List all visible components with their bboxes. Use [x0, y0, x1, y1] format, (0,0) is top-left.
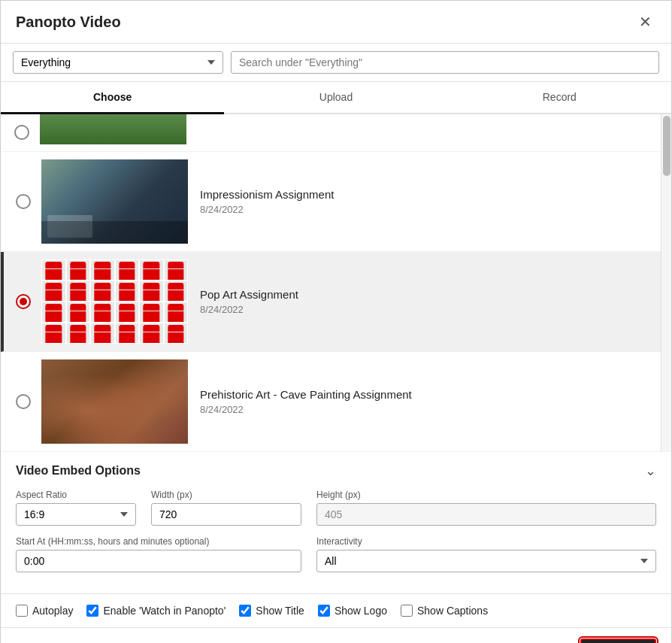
thumb-cell — [41, 281, 66, 302]
video-list: Impressionism Assignment 8/24/2022 — [1, 114, 661, 452]
toolbar: Everything — [1, 44, 671, 82]
logo-checkbox[interactable] — [318, 605, 330, 617]
options-title: Video Embed Options — [16, 464, 141, 478]
height-label: Height (px) — [316, 490, 656, 500]
radio-button[interactable] — [16, 194, 31, 209]
title-checkbox[interactable] — [239, 605, 251, 617]
logo-label: Show Logo — [334, 605, 387, 617]
start-at-input[interactable] — [16, 550, 301, 572]
thumb-cell — [115, 302, 140, 323]
video-info: Pop Art Assignment 8/24/2022 — [200, 288, 298, 315]
video-thumbnail — [41, 359, 188, 444]
thumb-cell — [90, 323, 115, 344]
aspect-ratio-label: Aspect Ratio — [16, 490, 136, 500]
video-info — [186, 114, 210, 135]
width-input[interactable] — [151, 503, 301, 526]
watch-checkbox-item[interactable]: Enable 'Watch in Panopto' — [86, 605, 226, 617]
checkbox-row: Autoplay Enable 'Watch in Panopto' Show … — [1, 594, 671, 627]
thumb-cell — [115, 323, 140, 344]
watch-checkbox[interactable] — [86, 605, 98, 617]
captions-checkbox[interactable] — [401, 605, 413, 617]
options-header: Video Embed Options ⌄ — [16, 463, 656, 479]
search-input[interactable] — [231, 51, 659, 74]
thumb-cell — [66, 259, 91, 281]
video-title: Pop Art Assignment — [200, 288, 298, 301]
list-item[interactable]: Impressionism Assignment 8/24/2022 — [1, 152, 661, 252]
video-info: Impressionism Assignment 8/24/2022 — [200, 188, 334, 215]
thumb-cell — [139, 323, 164, 344]
title-label: Show Title — [256, 605, 304, 617]
tab-record[interactable]: Record — [448, 82, 671, 114]
thumb-cell — [66, 323, 91, 344]
video-title: Impressionism Assignment — [200, 188, 334, 201]
thumb-cell — [41, 259, 66, 281]
panopto-modal: Panopto Video ✕ Everything Choose Upload… — [0, 0, 672, 643]
tab-choose[interactable]: Choose — [1, 82, 224, 114]
close-button[interactable]: ✕ — [634, 11, 656, 32]
folder-select[interactable]: Everything — [13, 51, 223, 74]
interactivity-label: Interactivity — [316, 536, 656, 547]
thumb-popart-grid — [41, 259, 188, 344]
list-item[interactable]: Prehistoric Art - Cave Painting Assignme… — [1, 352, 661, 452]
thumb-cell — [41, 323, 66, 344]
logo-checkbox-item[interactable]: Show Logo — [318, 605, 387, 617]
list-item[interactable]: Pop Art Assignment 8/24/2022 — [1, 252, 661, 352]
watch-label: Enable 'Watch in Panopto' — [103, 605, 226, 617]
video-thumbnail — [40, 114, 186, 144]
interactivity-select[interactable]: All — [316, 550, 656, 572]
thumb-cell — [164, 323, 189, 344]
interactivity-field: Interactivity All — [316, 536, 656, 572]
thumb-cell — [115, 259, 140, 281]
height-input[interactable] — [316, 503, 656, 526]
video-thumbnail — [41, 159, 188, 244]
thumb-cell — [90, 281, 115, 302]
video-date: 8/24/2022 — [200, 404, 412, 415]
radio-button[interactable] — [14, 125, 29, 140]
video-date: 8/24/2022 — [200, 204, 334, 215]
video-date: 8/24/2022 — [200, 304, 298, 315]
width-field: Width (px) — [151, 490, 301, 526]
video-title: Prehistoric Art - Cave Painting Assignme… — [200, 388, 412, 401]
tab-upload[interactable]: Upload — [224, 82, 447, 114]
thumb-cell — [164, 281, 189, 302]
aspect-ratio-field: Aspect Ratio 16:9 — [16, 490, 136, 526]
modal-title: Panopto Video — [16, 14, 121, 31]
chevron-down-icon[interactable]: ⌄ — [645, 463, 656, 479]
thumb-cell — [139, 302, 164, 323]
thumb-cell — [164, 302, 189, 323]
modal-header: Panopto Video ✕ — [1, 1, 671, 44]
height-field: Height (px) — [316, 490, 656, 526]
options-row-2: Start At (HH:mm:ss, hours and minutes op… — [16, 536, 656, 572]
thumb-cell — [139, 259, 164, 281]
thumb-cell — [164, 259, 189, 281]
tab-bar: Choose Upload Record — [1, 82, 671, 114]
insert-button[interactable]: Insert — [580, 638, 656, 643]
autoplay-checkbox-item[interactable]: Autoplay — [16, 605, 73, 617]
width-label: Width (px) — [151, 490, 301, 500]
thumb-cell — [90, 302, 115, 323]
options-row-1: Aspect Ratio 16:9 Width (px) Height (px) — [16, 490, 656, 526]
thumb-cell — [41, 302, 66, 323]
thumb-cell — [66, 302, 91, 323]
video-info: Prehistoric Art - Cave Painting Assignme… — [200, 388, 412, 415]
radio-button[interactable] — [16, 294, 31, 309]
start-at-field: Start At (HH:mm:ss, hours and minutes op… — [16, 536, 301, 572]
captions-checkbox-item[interactable]: Show Captions — [401, 605, 488, 617]
list-item[interactable] — [1, 114, 661, 152]
autoplay-label: Autoplay — [32, 605, 73, 617]
thumb-cell — [66, 281, 91, 302]
title-checkbox-item[interactable]: Show Title — [239, 605, 304, 617]
scrollbar[interactable] — [661, 114, 671, 452]
aspect-ratio-select[interactable]: 16:9 — [16, 503, 136, 526]
thumb-cell — [115, 281, 140, 302]
embed-options-section: Video Embed Options ⌄ Aspect Ratio 16:9 … — [1, 452, 671, 594]
start-at-label: Start At (HH:mm:ss, hours and minutes op… — [16, 536, 301, 547]
thumb-cell — [90, 259, 115, 281]
radio-button[interactable] — [16, 394, 31, 409]
video-thumbnail — [41, 259, 188, 344]
autoplay-checkbox[interactable] — [16, 605, 28, 617]
scrollbar-thumb — [663, 116, 670, 176]
thumb-cell — [139, 281, 164, 302]
modal-footer: Insert — [1, 627, 671, 643]
captions-label: Show Captions — [417, 605, 488, 617]
